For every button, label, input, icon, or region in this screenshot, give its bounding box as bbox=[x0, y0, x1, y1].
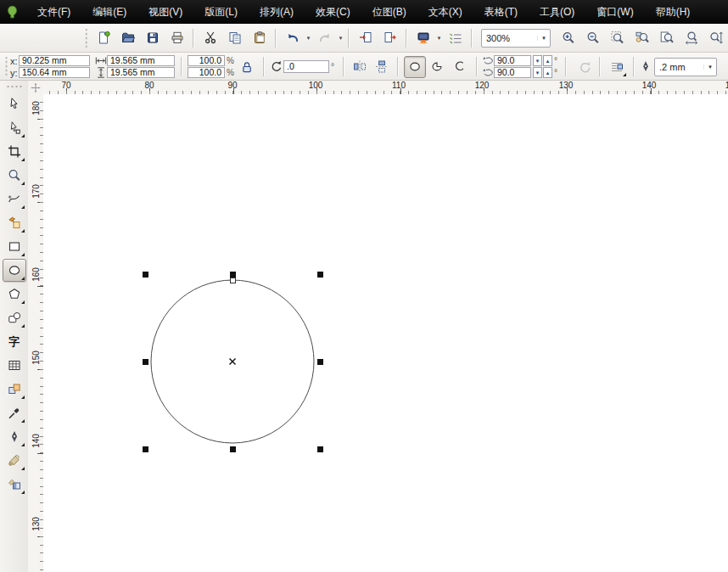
zoom-level-combo[interactable]: 300%▼ bbox=[481, 29, 551, 48]
menu-item-9[interactable]: 工具(O) bbox=[529, 0, 585, 24]
menu-item-1[interactable]: 编辑(E) bbox=[81, 0, 137, 24]
zoom-out-button[interactable] bbox=[581, 26, 604, 49]
zoom-tool[interactable] bbox=[3, 164, 26, 187]
ellipse-mode-button[interactable] bbox=[404, 56, 426, 78]
paste-button[interactable] bbox=[248, 26, 271, 49]
dropdown-arrow-icon[interactable]: ▼ bbox=[305, 36, 312, 41]
selection-handle[interactable] bbox=[317, 359, 323, 365]
basic-shapes-tool[interactable] bbox=[3, 306, 26, 329]
selection-handle[interactable] bbox=[230, 272, 236, 278]
zoom-page-button[interactable] bbox=[655, 26, 678, 49]
undo-button[interactable] bbox=[281, 26, 304, 49]
text-tool[interactable]: 字 bbox=[3, 330, 26, 353]
zoom-height-icon bbox=[709, 31, 723, 45]
interactive-fill-tool-icon bbox=[8, 478, 21, 491]
menu-item-2[interactable]: 视图(V) bbox=[137, 0, 193, 24]
mirror-vertical-button[interactable] bbox=[371, 56, 393, 78]
start-angle-up-icon[interactable]: ▲ bbox=[543, 55, 552, 66]
object-width-field[interactable]: 19.565 mm bbox=[107, 55, 175, 66]
import-icon bbox=[359, 31, 372, 45]
rotation-angle-field[interactable]: .0 bbox=[283, 60, 329, 73]
print-button[interactable] bbox=[165, 26, 188, 49]
zoom-height-button[interactable] bbox=[704, 26, 727, 49]
crop-tool[interactable] bbox=[3, 140, 26, 163]
interactive-fill-tool[interactable] bbox=[3, 473, 26, 496]
end-angle-up-icon[interactable]: ▲ bbox=[543, 67, 552, 78]
zoom-page-icon bbox=[660, 31, 674, 45]
smart-fill-tool[interactable] bbox=[3, 211, 26, 234]
dropdown-arrow-icon[interactable]: ▼ bbox=[435, 36, 443, 41]
standard-toolbar: ▼▼▼300%▼ bbox=[0, 24, 728, 53]
snap-options-button[interactable] bbox=[444, 26, 467, 49]
ellipse-top-node[interactable] bbox=[230, 278, 236, 283]
selection-handle[interactable] bbox=[317, 446, 323, 452]
ruler-origin[interactable] bbox=[28, 81, 44, 95]
selection-handle[interactable] bbox=[230, 446, 236, 452]
scale-h-field[interactable]: 100.0 bbox=[188, 55, 225, 66]
save-button[interactable] bbox=[141, 26, 164, 49]
toolbox-drag-handle[interactable] bbox=[6, 85, 23, 89]
y-position-field[interactable]: 150.64 mm bbox=[19, 67, 90, 78]
app-launcher-button[interactable] bbox=[412, 26, 434, 49]
menu-item-0[interactable]: 文件(F) bbox=[26, 0, 81, 24]
menu-item-5[interactable]: 效果(C) bbox=[305, 0, 361, 24]
selection-handle[interactable] bbox=[143, 272, 148, 278]
property-bar-drag-handle[interactable] bbox=[4, 57, 8, 76]
menu-item-6[interactable]: 位图(B) bbox=[361, 0, 417, 24]
object-height-field[interactable]: 19.565 mm bbox=[107, 67, 175, 78]
toolbar-drag-handle[interactable] bbox=[85, 29, 88, 48]
table-tool[interactable] bbox=[3, 354, 26, 377]
open-folder-button[interactable] bbox=[116, 26, 139, 49]
new-document-button[interactable] bbox=[92, 26, 115, 49]
selection-handle[interactable] bbox=[143, 359, 148, 365]
ellipse-tool[interactable] bbox=[3, 259, 26, 282]
menu-item-4[interactable]: 排列(A) bbox=[249, 0, 305, 24]
eyedropper-tool[interactable] bbox=[3, 401, 26, 424]
outline-pen-tool[interactable] bbox=[3, 425, 26, 448]
freehand-tool[interactable] bbox=[3, 188, 26, 210]
import-button[interactable] bbox=[354, 26, 377, 49]
menu-item-3[interactable]: 版面(L) bbox=[193, 0, 249, 24]
zoom-all-icon bbox=[636, 31, 649, 45]
zoom-selected-button[interactable] bbox=[606, 26, 629, 49]
menu-item-7[interactable]: 文本(X) bbox=[417, 0, 473, 24]
lock-ratio-button[interactable] bbox=[236, 56, 258, 78]
outline-width-combo[interactable]: .2 mm ▼ bbox=[654, 58, 717, 76]
rectangle-tool[interactable] bbox=[3, 235, 26, 258]
zoom-all-button[interactable] bbox=[630, 26, 653, 49]
x-position-field[interactable]: 90.225 mm bbox=[19, 55, 90, 66]
zoom-width-button[interactable] bbox=[680, 26, 703, 49]
arc-mode-button[interactable] bbox=[448, 56, 470, 78]
blend-tool[interactable] bbox=[3, 378, 26, 401]
start-angle-down-icon[interactable]: ▼ bbox=[533, 55, 542, 66]
horizontal-ruler[interactable]: 708090100110120130140150 bbox=[43, 81, 728, 95]
polygon-tool[interactable] bbox=[3, 283, 26, 306]
vertical-ruler[interactable]: 180170160150140130 bbox=[28, 94, 44, 572]
selection-handle[interactable] bbox=[143, 446, 148, 452]
fill-tool[interactable] bbox=[3, 449, 26, 472]
menu-item-11[interactable]: 帮助(H) bbox=[645, 0, 702, 24]
end-angle-down-icon[interactable]: ▼ bbox=[533, 67, 542, 78]
combo-dropdown-icon: ▼ bbox=[537, 36, 550, 41]
end-angle-field[interactable]: 90.0 bbox=[494, 67, 531, 78]
toolbar-separator bbox=[193, 29, 194, 48]
blend-tool-icon bbox=[8, 383, 21, 396]
ellipse-shape[interactable] bbox=[43, 94, 728, 572]
start-angle-field[interactable]: 90.0 bbox=[494, 55, 531, 66]
drawing-canvas[interactable] bbox=[43, 94, 728, 572]
scale-v-field[interactable]: 100.0 bbox=[188, 67, 225, 78]
zoom-in-button[interactable] bbox=[557, 26, 580, 49]
selection-handle[interactable] bbox=[317, 272, 323, 278]
copy-button[interactable] bbox=[223, 26, 246, 49]
cut-button[interactable] bbox=[199, 26, 221, 49]
dropdown-arrow-icon[interactable]: ▼ bbox=[337, 36, 344, 41]
wrap-text-button[interactable] bbox=[606, 56, 628, 78]
menu-item-10[interactable]: 窗口(W) bbox=[585, 0, 644, 24]
mirror-horizontal-button[interactable] bbox=[349, 56, 371, 78]
mirror-horizontal-icon bbox=[353, 60, 367, 74]
pick-tool[interactable] bbox=[3, 93, 26, 115]
shape-tool[interactable] bbox=[3, 116, 26, 139]
menu-item-8[interactable]: 表格(T) bbox=[473, 0, 529, 24]
pie-mode-button[interactable] bbox=[426, 56, 448, 78]
export-button[interactable] bbox=[378, 26, 401, 49]
